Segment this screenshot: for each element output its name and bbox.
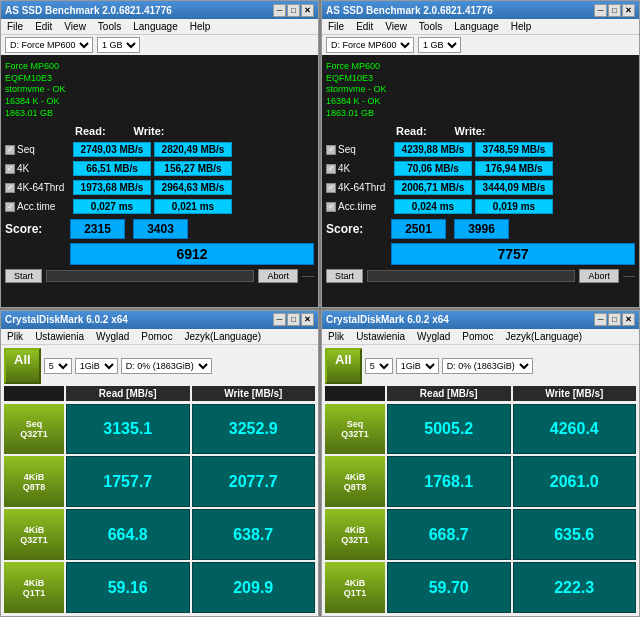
start-btn-right[interactable]: Start	[326, 269, 363, 283]
checkbox-4k-left[interactable]: ✓	[5, 164, 15, 174]
4k-read-left: 66,51 MB/s	[73, 161, 151, 176]
total-score-right: 7757	[391, 243, 635, 265]
cdm-4k8-read-right: 1768.1	[387, 456, 511, 507]
cdm-title-bar-right: CrystalDiskMark 6.0.2 x64 ─ □ ✕	[322, 311, 639, 329]
acc-write-left: 0,021 ms	[154, 199, 232, 214]
minimize-btn-left[interactable]: ─	[273, 4, 286, 17]
maximize-btn-left[interactable]: □	[287, 4, 300, 17]
menu-edit-as-right[interactable]: Edit	[354, 20, 375, 33]
minimize-btn-right[interactable]: ─	[594, 4, 607, 17]
cdm-maximize-right[interactable]: □	[608, 313, 621, 326]
cdm-size-right[interactable]: 1GiB	[396, 358, 439, 374]
cdm-pomoc-left[interactable]: Pomoc	[139, 330, 174, 343]
abort-btn-right[interactable]: Abort	[579, 269, 619, 283]
checkbox-4k64-left[interactable]: ✓	[5, 183, 15, 193]
acc-write-right: 0,019 ms	[475, 199, 553, 214]
cdm-window-right: CrystalDiskMark 6.0.2 x64 ─ □ ✕ Plik Ust…	[321, 310, 640, 618]
title-left: AS SSD Benchmark 2.0.6821.41776	[5, 5, 172, 16]
checkbox-seq-right[interactable]: ✓	[326, 145, 336, 155]
menu-tools-left[interactable]: Tools	[96, 20, 123, 33]
cdm-toolbar-right: All 5 1GiB D: 0% (1863GiB)	[325, 348, 636, 384]
4k64-read-right: 2006,71 MB/s	[394, 180, 472, 195]
cdm-plik-left[interactable]: Plik	[5, 330, 25, 343]
cdm-title-left: CrystalDiskMark 6.0.2 x64	[5, 314, 128, 325]
cdm-label-seq-right: SeqQ32T1	[325, 404, 385, 455]
score-write-right: 3996	[454, 219, 509, 239]
menu-help-left[interactable]: Help	[188, 20, 213, 33]
cdm-title-buttons-right: ─ □ ✕	[594, 313, 635, 326]
menu-view-as-right[interactable]: View	[383, 20, 409, 33]
cdm-size-left[interactable]: 1GiB	[75, 358, 118, 374]
score-read-left: 2315	[70, 219, 125, 239]
menu-language-as-right[interactable]: Language	[452, 20, 501, 33]
cdm-write-header-left: Write [MB/s]	[192, 386, 316, 401]
cdm-4k1-write-left: 209.9	[192, 562, 316, 613]
as-ssd-content-left: Force MP600 EQFM10E3 stormvme - OK 16384…	[1, 55, 318, 307]
cdm-wyglad-right[interactable]: Wyglad	[415, 330, 452, 343]
as-ssd-row-acc-left: ✓ Acc.time 0,027 ms 0,021 ms	[5, 199, 314, 214]
score-read-right: 2501	[391, 219, 446, 239]
menu-tools-as-right[interactable]: Tools	[417, 20, 444, 33]
status-left: ----	[302, 271, 314, 281]
menu-edit-left[interactable]: Edit	[33, 20, 54, 33]
cdm-ustawienia-right[interactable]: Ustawienia	[354, 330, 407, 343]
checkbox-acc-left[interactable]: ✓	[5, 202, 15, 212]
drive-select-left[interactable]: D: Force MP600	[5, 37, 93, 53]
abort-btn-left[interactable]: Abort	[258, 269, 298, 283]
cdm-label-4k1-left: 4KiBQ1T1	[4, 562, 64, 613]
cdm-close-right[interactable]: ✕	[622, 313, 635, 326]
menu-language-left[interactable]: Language	[131, 20, 180, 33]
4k64-write-left: 2964,63 MB/s	[154, 180, 232, 195]
close-btn-left[interactable]: ✕	[301, 4, 314, 17]
size-select-left[interactable]: 1 GB	[97, 37, 140, 53]
menu-bar-left: File Edit View Tools Language Help	[1, 19, 318, 35]
cdm-close-left[interactable]: ✕	[301, 313, 314, 326]
cdm-wyglad-left[interactable]: Wyglad	[94, 330, 131, 343]
checkbox-acc-right[interactable]: ✓	[326, 202, 336, 212]
as-ssd-row-seq-left: ✓ Seq 2749,03 MB/s 2820,49 MB/s	[5, 142, 314, 157]
cdm-jezyk-left[interactable]: Jezyk(Language)	[182, 330, 263, 343]
cdm-all-btn-left[interactable]: All	[4, 348, 41, 384]
as-ssd-row-4k64-right: ✓ 4K-64Thrd 2006,71 MB/s 3444,09 MB/s	[326, 180, 635, 195]
cdm-jezyk-right[interactable]: Jezyk(Language)	[503, 330, 584, 343]
cdm-4k32-read-left: 664.8	[66, 509, 190, 560]
menu-view-left[interactable]: View	[62, 20, 88, 33]
as-ssd-toolbar-left: D: Force MP600 1 GB	[1, 35, 318, 55]
cdm-plik-right[interactable]: Plik	[326, 330, 346, 343]
as-ssd-row-4k64-left: ✓ 4K-64Thrd 1973,68 MB/s 2964,63 MB/s	[5, 180, 314, 195]
cdm-minimize-left[interactable]: ─	[273, 313, 286, 326]
cdm-ustawienia-left[interactable]: Ustawienia	[33, 330, 86, 343]
menu-file-as-right[interactable]: File	[326, 20, 346, 33]
cdm-corner-right	[325, 386, 385, 401]
close-btn-right[interactable]: ✕	[622, 4, 635, 17]
cdm-runs-left[interactable]: 5	[44, 358, 72, 374]
menu-file-left[interactable]: File	[5, 20, 25, 33]
cdm-maximize-left[interactable]: □	[287, 313, 300, 326]
acc-read-left: 0,027 ms	[73, 199, 151, 214]
score-write-left: 3403	[133, 219, 188, 239]
menu-help-as-right[interactable]: Help	[509, 20, 534, 33]
as-ssd-bottom-left: Start Abort ----	[5, 269, 314, 283]
checkbox-seq-left[interactable]: ✓	[5, 145, 15, 155]
as-ssd-row-acc-right: ✓ Acc.time 0,024 ms 0,019 ms	[326, 199, 635, 214]
start-btn-left[interactable]: Start	[5, 269, 42, 283]
score-row-right: Score: 2501 3996	[326, 219, 635, 239]
cdm-4k8-write-left: 2077.7	[192, 456, 316, 507]
cdm-drive-left[interactable]: D: 0% (1863GiB)	[121, 358, 212, 374]
cdm-minimize-right[interactable]: ─	[594, 313, 607, 326]
cdm-pomoc-right[interactable]: Pomoc	[460, 330, 495, 343]
cdm-label-4k8-right: 4KiBQ8T8	[325, 456, 385, 507]
cdm-drive-right[interactable]: D: 0% (1863GiB)	[442, 358, 533, 374]
checkbox-4k-right[interactable]: ✓	[326, 164, 336, 174]
cdm-all-btn-right[interactable]: All	[325, 348, 362, 384]
maximize-btn-right[interactable]: □	[608, 4, 621, 17]
4k64-read-left: 1973,68 MB/s	[73, 180, 151, 195]
drive-select-as-right[interactable]: D: Force MP600	[326, 37, 414, 53]
4k-write-right: 176,94 MB/s	[475, 161, 553, 176]
size-select-as-right[interactable]: 1 GB	[418, 37, 461, 53]
cdm-write-header-right: Write [MB/s]	[513, 386, 637, 401]
cdm-runs-right[interactable]: 5	[365, 358, 393, 374]
title-bar-left: AS SSD Benchmark 2.0.6821.41776 ─ □ ✕	[1, 1, 318, 19]
checkbox-4k64-right[interactable]: ✓	[326, 183, 336, 193]
progress-left	[46, 270, 254, 282]
